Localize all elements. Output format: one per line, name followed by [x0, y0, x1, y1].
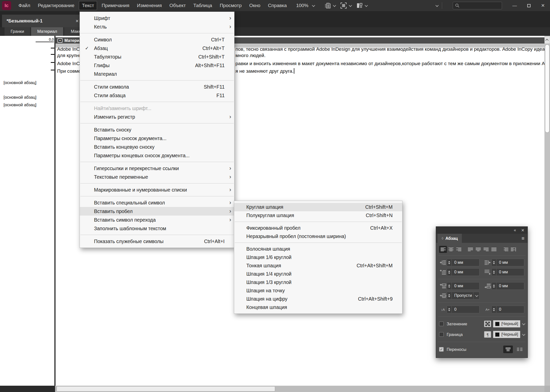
text-line[interactable]: пов, тесно связанная с программой Adobe …	[235, 46, 544, 52]
left-indent-field[interactable]: 0 мм	[452, 259, 480, 266]
close-panel-icon[interactable]: ✕	[521, 228, 524, 233]
space-after-stepper[interactable]	[491, 282, 496, 290]
horizontal-scrollbar[interactable]	[55, 386, 544, 392]
menu-item-insert-special-character[interactable]: Вставить специальный символ›	[80, 198, 234, 207]
text-line-fragment[interactable]: для крупны	[57, 53, 82, 59]
document-tab[interactable]: *Безымянный-1 ✕	[2, 15, 83, 27]
menu-item-change-case[interactable]: Изменить регистр›	[80, 113, 234, 121]
menu-item-fill-placeholder-text[interactable]: Заполнить шаблонным текстом	[80, 224, 234, 233]
submenu-item-sixth-space[interactable]: Шпация 1/6 круглой	[234, 253, 402, 262]
text-line[interactable]: много людей.	[235, 53, 266, 59]
menu-item-story[interactable]: Материал	[80, 70, 234, 78]
close-icon[interactable]: ✕	[76, 19, 79, 23]
menu-changes[interactable]: Изменения	[134, 1, 164, 10]
chevron-down-icon[interactable]	[522, 332, 525, 336]
menu-item-font[interactable]: Шрифт›	[80, 14, 234, 22]
menu-window[interactable]: Окно	[246, 1, 263, 10]
last-line-indent-field[interactable]: 0 мм	[496, 268, 524, 276]
last-line-indent-stepper[interactable]	[491, 268, 496, 276]
menu-item-insert-endnote[interactable]: Вставить концевую сноску	[80, 143, 234, 151]
menu-item-paragraph[interactable]: ✓АбзацCtrl+Alt+T	[80, 44, 234, 53]
menu-item-bulleted-numbered-lists[interactable]: Маркированные и нумерованные списки›	[80, 186, 234, 194]
vertical-scrollbar[interactable]	[544, 36, 550, 386]
maximize-button[interactable]	[522, 0, 536, 11]
submenu-item-third-space[interactable]: Шпация 1/3 круглой	[234, 278, 402, 286]
collapse-triangle-icon[interactable]: ▼	[58, 38, 62, 43]
notes-view-dropdown[interactable]	[324, 2, 335, 9]
space-before-stepper[interactable]	[447, 282, 452, 290]
drop-cap-characters-field[interactable]: 0	[496, 306, 524, 313]
submenu-item-nonbreaking-space-fixed[interactable]: Неразрывный пробел (постоянная ширина)	[234, 232, 402, 241]
menu-item-show-hidden-characters[interactable]: Показать служебные символыCtrl+Alt+I	[80, 237, 234, 246]
submenu-item-em-space[interactable]: Круглая шпацияCtrl+Shift+M	[234, 203, 402, 211]
single-column-view-button[interactable]	[503, 346, 513, 353]
right-indent-field[interactable]: 0 мм	[496, 259, 524, 266]
menu-notes[interactable]: Примечания	[99, 1, 132, 10]
drop-cap-lines-field[interactable]: 0	[452, 306, 480, 313]
collapse-panel-icon[interactable]: «	[514, 228, 516, 232]
vertical-scroll-thumb[interactable]	[545, 44, 549, 133]
text-line-fragment[interactable]: Adobe InCo	[57, 46, 82, 52]
text-line[interactable]: равки и вносить изменения в макет докуме…	[235, 61, 544, 67]
panel-menu-icon[interactable]: ≡	[521, 236, 528, 241]
menu-item-insert-white-space[interactable]: Вставить пробел›	[80, 207, 234, 216]
space-after-field[interactable]: 0 мм	[496, 282, 524, 290]
menu-item-insert-break-character[interactable]: Вставить символ перехода›	[80, 216, 234, 224]
menu-item-hyperlinks[interactable]: Гиперссылки и перекрестные ссылки›	[80, 164, 234, 173]
menu-item-character[interactable]: СимволCtrl+T	[80, 35, 234, 44]
shading-color-select[interactable]: [Черный]	[493, 320, 520, 327]
chevron-down-icon[interactable]	[473, 292, 479, 299]
search-input[interactable]	[460, 3, 500, 8]
submenu-item-hair-space[interactable]: Волосяная шпация	[234, 245, 402, 253]
align-center-button[interactable]	[447, 246, 455, 253]
hyphenation-checkbox[interactable]: ✓	[439, 347, 444, 352]
shading-swatch-grid-icon[interactable]	[484, 321, 491, 327]
shading-checkbox[interactable]	[439, 322, 444, 326]
justify-all-button[interactable]	[490, 246, 498, 253]
submenu-item-en-space[interactable]: Полукруглая шпацияCtrl+Shift+N	[234, 211, 402, 220]
menu-item-endnote-options[interactable]: Параметры концевых сносок документа...	[80, 151, 234, 160]
align-right-button[interactable]	[455, 246, 463, 253]
menu-edit[interactable]: Редактирование	[35, 1, 77, 10]
scroll-up-button[interactable]	[545, 36, 550, 43]
menu-view[interactable]: Просмотр	[217, 1, 245, 10]
close-button[interactable]: ✕	[536, 0, 550, 11]
justify-last-left-button[interactable]	[466, 246, 474, 253]
tab-galley[interactable]: Гранки	[5, 27, 30, 36]
search-box[interactable]	[453, 2, 502, 9]
submenu-item-figure-space[interactable]: Шпация на цифруCtrl+Alt+Shift+9	[234, 295, 402, 303]
chevron-down-icon[interactable]	[312, 4, 315, 7]
menu-table[interactable]: Таблица	[190, 1, 215, 10]
space-before-field[interactable]: 0 мм	[452, 282, 480, 290]
space-between-stepper[interactable]	[447, 292, 452, 299]
menu-item-text-variables[interactable]: Текстовые переменные›	[80, 173, 234, 181]
justify-last-right-button[interactable]	[482, 246, 490, 253]
tab-story[interactable]: Материал	[31, 27, 63, 36]
submenu-item-thin-space[interactable]: Тонкая шпацияCtrl+Alt+Shift+M	[234, 262, 402, 270]
border-checkbox[interactable]	[439, 332, 444, 337]
two-column-view-button[interactable]	[515, 346, 524, 353]
menu-item-insert-footnote[interactable]: Вставить сноску	[80, 125, 234, 134]
menu-item-tabs[interactable]: ТабуляторыCtrl+Shift+T	[80, 53, 234, 61]
space-between-select[interactable]: Пропусти	[452, 292, 480, 299]
first-line-indent-stepper[interactable]	[447, 268, 452, 276]
frame-edges-dropdown[interactable]	[340, 2, 351, 9]
paragraph-panel-tab[interactable]: ◊ Абзац	[438, 234, 462, 243]
menu-file[interactable]: Файл	[16, 1, 33, 10]
align-toward-spine-button[interactable]	[501, 246, 509, 253]
menu-item-size[interactable]: Кегль›	[80, 22, 234, 31]
submenu-item-nonbreaking-space[interactable]: Фиксированный пробелCtrl+Alt+X	[234, 224, 402, 232]
horizontal-scroll-thumb[interactable]	[57, 386, 275, 391]
chevron-down-icon[interactable]	[522, 322, 525, 325]
workspace-chevron-icon[interactable]	[436, 4, 439, 7]
layout-view-dropdown[interactable]	[356, 2, 367, 9]
menu-help[interactable]: Справка	[265, 1, 290, 10]
menu-object[interactable]: Объект	[166, 1, 188, 10]
drop-cap-characters-stepper[interactable]	[491, 306, 496, 313]
text-line[interactable]: я не заменяют друг друга.	[235, 68, 294, 74]
submenu-item-quarter-space[interactable]: Шпация 1/4 круглой	[234, 270, 402, 278]
menu-item-footnote-options[interactable]: Параметры сносок документа...	[80, 134, 234, 143]
minimize-button[interactable]: —	[508, 0, 522, 11]
drop-cap-lines-stepper[interactable]	[447, 306, 452, 313]
menu-item-paragraph-styles[interactable]: Стили абзацаF11	[80, 91, 234, 100]
